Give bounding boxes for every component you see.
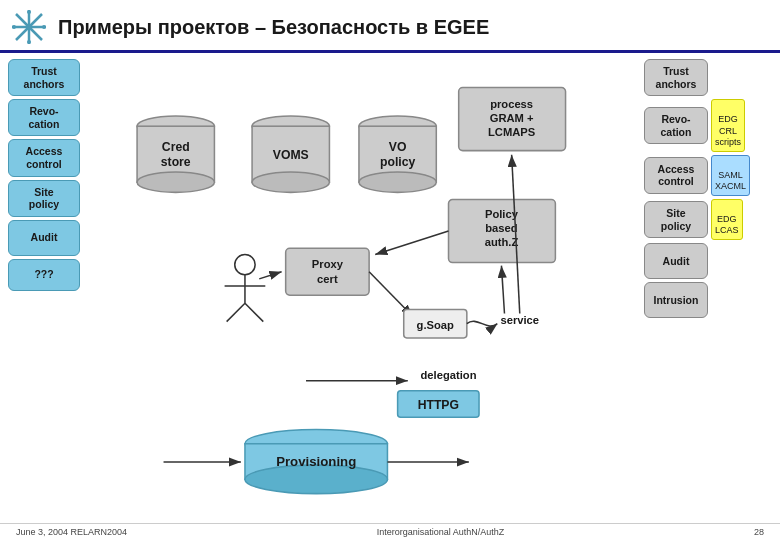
svg-text:store: store bbox=[161, 155, 191, 169]
svg-text:process: process bbox=[490, 98, 533, 110]
svg-line-44 bbox=[259, 272, 281, 279]
svg-text:g.Soap: g.Soap bbox=[417, 319, 454, 331]
svg-text:policy: policy bbox=[380, 155, 415, 169]
right-trust-anchors-pill: Trust anchors bbox=[644, 59, 708, 96]
pill-trust-anchors: Trust anchors bbox=[8, 59, 80, 96]
svg-text:Policy: Policy bbox=[485, 208, 519, 220]
right-pill-audit: Audit bbox=[644, 243, 772, 279]
svg-text:HTTPG: HTTPG bbox=[418, 398, 459, 412]
svg-line-49 bbox=[501, 266, 504, 314]
svg-point-5 bbox=[27, 10, 31, 14]
pill-audit: Audit bbox=[8, 220, 80, 256]
tag-edg-crl: EDG CRL scripts bbox=[711, 99, 745, 152]
footer-center: Interorganisational AuthN/AuthZ bbox=[377, 527, 505, 537]
pill-access-control: Access control bbox=[8, 139, 80, 176]
right-pill-trust-anchors: Trust anchors bbox=[644, 59, 772, 96]
svg-line-34 bbox=[375, 231, 448, 254]
pill-revocation: Revo- cation bbox=[8, 99, 80, 136]
svg-text:auth.Z: auth.Z bbox=[485, 236, 519, 248]
right-pill-intrusion: Intrusion bbox=[644, 282, 772, 318]
left-column: Trust anchors Revo- cation Access contro… bbox=[8, 57, 80, 515]
svg-point-7 bbox=[12, 25, 16, 29]
page-title: Примеры проектов – Безопасность в EGEE bbox=[58, 16, 489, 39]
svg-text:LCMAPS: LCMAPS bbox=[488, 126, 536, 138]
svg-text:VO: VO bbox=[389, 140, 407, 154]
right-pill-site-policy: Site policy EDG LCAS bbox=[644, 199, 772, 240]
svg-line-43 bbox=[245, 303, 263, 321]
center-column: Cred store VOMS VO policy process GRAM +… bbox=[84, 57, 640, 515]
svg-text:VOMS: VOMS bbox=[273, 148, 309, 162]
footer: June 3, 2004 RELARN2004 Interorganisatio… bbox=[0, 523, 780, 540]
svg-text:Cred: Cred bbox=[162, 140, 190, 154]
svg-text:service: service bbox=[500, 314, 539, 326]
svg-rect-35 bbox=[286, 248, 369, 295]
pill-site-policy: Site policy bbox=[8, 180, 80, 217]
svg-line-42 bbox=[227, 303, 245, 321]
right-intrusion-pill: Intrusion bbox=[644, 282, 708, 318]
right-access-control-pill: Access control bbox=[644, 157, 708, 194]
svg-point-23 bbox=[359, 172, 436, 192]
svg-point-14 bbox=[137, 172, 214, 192]
right-pill-access-control: Access control SAML XACML bbox=[644, 155, 772, 196]
svg-point-6 bbox=[27, 40, 31, 44]
right-audit-pill: Audit bbox=[644, 243, 708, 279]
tag-edg-lcas: EDG LCAS bbox=[711, 199, 743, 240]
right-revocation-pill: Revo- cation bbox=[644, 107, 708, 144]
svg-point-8 bbox=[42, 25, 46, 29]
tag-saml-xacml: SAML XACML bbox=[711, 155, 750, 196]
svg-point-19 bbox=[252, 172, 329, 192]
footer-right: 28 bbox=[754, 527, 764, 537]
svg-point-56 bbox=[245, 465, 387, 493]
svg-text:delegation: delegation bbox=[421, 369, 477, 381]
main-content: Trust anchors Revo- cation Access contro… bbox=[0, 53, 780, 519]
footer-left: June 3, 2004 RELARN2004 bbox=[16, 527, 127, 537]
right-column: Trust anchors Revo- cation EDG CRL scrip… bbox=[644, 57, 772, 515]
svg-point-4 bbox=[26, 24, 32, 30]
svg-text:GRAM +: GRAM + bbox=[490, 112, 534, 124]
header: Примеры проектов – Безопасность в EGEE bbox=[0, 0, 780, 53]
diagram-svg: Cred store VOMS VO policy process GRAM +… bbox=[84, 57, 640, 515]
svg-point-39 bbox=[235, 254, 255, 274]
pill-question: ??? bbox=[8, 259, 80, 291]
right-site-policy-pill: Site policy bbox=[644, 201, 708, 238]
svg-text:based: based bbox=[485, 222, 517, 234]
right-pill-revocation: Revo- cation EDG CRL scripts bbox=[644, 99, 772, 152]
logo-icon bbox=[10, 8, 48, 46]
svg-text:Proxy: Proxy bbox=[312, 258, 344, 270]
svg-text:Provisioning: Provisioning bbox=[276, 454, 356, 469]
svg-text:cert: cert bbox=[317, 273, 338, 285]
